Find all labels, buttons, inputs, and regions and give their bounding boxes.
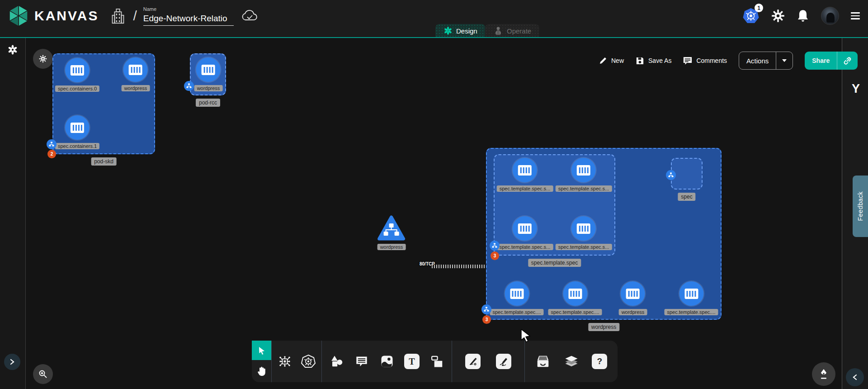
text-T-icon: T: [404, 354, 420, 369]
settings-gear-icon[interactable]: [771, 9, 785, 23]
container-node[interactable]: wordpress: [122, 57, 150, 91]
service-node-wordpress[interactable]: wordpress: [377, 215, 406, 250]
drawing-mode-button[interactable]: [812, 362, 835, 386]
tab-design[interactable]: Design: [435, 24, 486, 38]
design-spiral-icon: [443, 26, 453, 35]
node-label: spec.template.spec.s...: [556, 185, 612, 192]
kanvas-brand[interactable]: KANVAS: [8, 5, 99, 27]
tool-layers[interactable]: [561, 351, 582, 372]
group-spec[interactable]: spec: [671, 158, 703, 190]
tool-section[interactable]: [427, 351, 448, 372]
pencil-draw-icon: [496, 354, 511, 369]
pen-nib-icon: [819, 369, 829, 380]
container-node[interactable]: spec.template.spec....: [665, 281, 718, 315]
pod-relationship-badge[interactable]: [666, 170, 676, 180]
group-label: spec: [678, 193, 695, 201]
image-icon: [380, 355, 394, 368]
container-node[interactable]: spec.template.spec....: [490, 281, 544, 315]
container-node[interactable]: spec.template.spec.s...: [497, 158, 553, 192]
tool-pen[interactable]: [462, 351, 483, 372]
container-node[interactable]: spec.template.spec.s...: [556, 158, 612, 192]
group-spec-template-spec[interactable]: spec.template.spec.s... spec.template.sp…: [494, 154, 615, 256]
pod-relationship-badge[interactable]: [490, 241, 500, 251]
issue-count-badge[interactable]: 3: [491, 251, 499, 260]
container-node[interactable]: wordpress: [619, 281, 647, 315]
node-label: spec.containers.0: [55, 85, 99, 92]
notifications-bell-icon[interactable]: [797, 9, 809, 23]
pod-relationship-badge[interactable]: [47, 139, 57, 149]
kubernetes-context-count: 1: [755, 4, 763, 12]
meshery-spiral-icon[interactable]: [7, 44, 18, 55]
node-label: spec.containers.1: [55, 143, 99, 149]
container-node[interactable]: wordpress: [194, 57, 223, 91]
brand-name: KANVAS: [34, 8, 99, 24]
tool-kubernetes[interactable]: [298, 351, 319, 372]
container-node[interactable]: spec.containers.0: [55, 58, 99, 92]
tool-image[interactable]: [377, 351, 397, 372]
node-label: spec.template.spec.s...: [497, 244, 553, 250]
hierarchy-icon: [186, 83, 192, 89]
container-icon: [513, 158, 537, 182]
node-label: wordpress: [619, 309, 647, 315]
container-node[interactable]: spec.template.spec.s...: [556, 216, 612, 250]
feedback-tab[interactable]: Feedback: [853, 176, 868, 237]
expand-left-panel-button[interactable]: [4, 354, 20, 370]
issue-count-badge[interactable]: 3: [482, 315, 491, 324]
kubernetes-context-button[interactable]: 1: [742, 7, 760, 24]
deployment-relationship-badge[interactable]: [481, 304, 491, 314]
breadcrumb-separator: /: [133, 8, 137, 24]
kanvas-logo-icon: [8, 5, 29, 27]
user-avatar[interactable]: [821, 7, 839, 25]
container-icon: [563, 281, 587, 306]
pen-tool-icon: [465, 354, 481, 369]
node-label: wordpress: [377, 244, 406, 250]
organization-icon[interactable]: [111, 7, 125, 24]
group-deployment-wordpress[interactable]: spec.template.spec.s... spec.template.sp…: [486, 148, 722, 320]
container-node[interactable]: spec.template.spec.s...: [497, 216, 553, 250]
node-label: spec.template.spec....: [548, 309, 602, 315]
tool-text[interactable]: T: [401, 351, 422, 372]
tool-drawer[interactable]: [533, 351, 553, 372]
hierarchy-icon: [668, 172, 674, 178]
container-icon: [513, 216, 537, 241]
container-icon: [505, 281, 529, 306]
container-icon: [65, 58, 90, 82]
pod-relationship-badge[interactable]: [184, 81, 194, 91]
container-node[interactable]: spec.containers.1: [55, 115, 99, 149]
group-label: pod-skd: [91, 157, 117, 166]
tool-shapes[interactable]: [326, 351, 347, 372]
tool-pencil-draw[interactable]: [493, 351, 514, 372]
feedback-label: Feedback: [857, 191, 864, 221]
hand-icon: [257, 366, 267, 377]
left-rail: [0, 38, 26, 389]
group-pod-skd[interactable]: spec.containers.0 wordpress spec.contain…: [52, 53, 155, 154]
magnifier-plus-icon: [38, 370, 47, 379]
node-label: spec.template.spec....: [490, 309, 544, 315]
tool-component[interactable]: [274, 351, 295, 372]
hierarchy-icon: [492, 243, 497, 248]
tool-pan-hand[interactable]: [252, 360, 271, 382]
zoom-search-button[interactable]: [33, 364, 53, 384]
node-label: spec.template.spec.s...: [556, 244, 612, 250]
issue-count-badge[interactable]: 2: [47, 150, 56, 158]
chevron-left-icon: [852, 374, 858, 380]
hierarchy-icon: [484, 307, 489, 312]
collapse-right-panel-button[interactable]: [846, 368, 864, 386]
menu-hamburger-icon[interactable]: [851, 12, 860, 19]
gear-flower-icon: [38, 54, 47, 63]
design-name-input[interactable]: [143, 13, 234, 26]
group-pod-rcc[interactable]: wordpress pod-rcc: [190, 53, 226, 95]
design-canvas[interactable]: spec.containers.0 wordpress spec.contain…: [26, 38, 841, 389]
design-name-label: Name: [143, 6, 234, 12]
tool-comment[interactable]: [351, 351, 372, 372]
tab-operate[interactable]: Operate: [485, 24, 539, 38]
node-label: spec.template.spec....: [665, 309, 718, 315]
shapes-icon: [330, 355, 344, 368]
container-icon: [123, 57, 148, 82]
canvas-settings-button[interactable]: [33, 49, 53, 69]
group-label: wordpress: [588, 323, 619, 331]
tool-help[interactable]: ?: [589, 351, 610, 372]
tool-select-cursor[interactable]: [252, 341, 271, 360]
node-label: wordpress: [122, 85, 150, 91]
container-node[interactable]: spec.template.spec....: [548, 281, 602, 315]
